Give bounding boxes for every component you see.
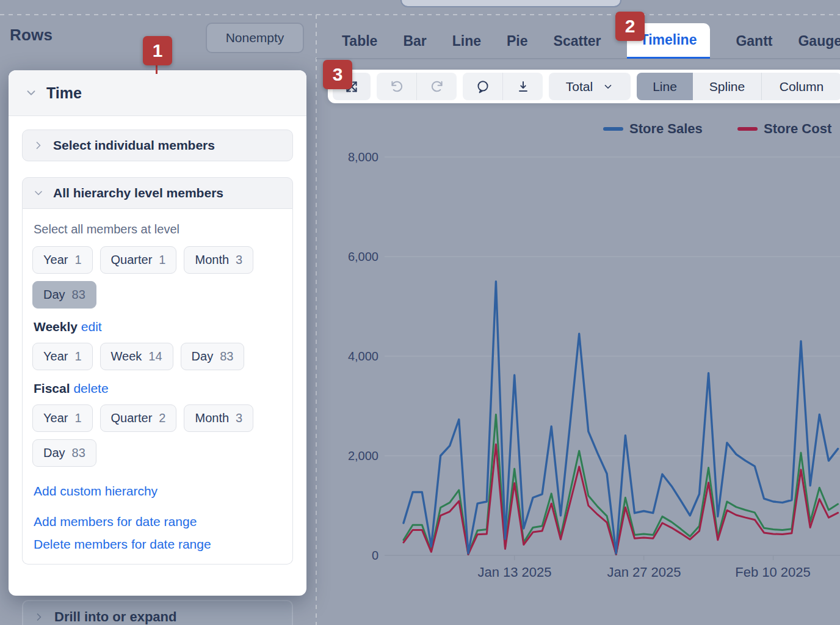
level-chip-quarter[interactable]: Quarter 1 bbox=[100, 246, 177, 274]
undo-button[interactable] bbox=[377, 73, 416, 100]
redo-button[interactable] bbox=[417, 73, 457, 100]
redo-icon bbox=[429, 79, 445, 95]
fiscal-hierarchy-levels: Year 1 Quarter 2 Month 3 Day bbox=[32, 404, 283, 467]
time-popup-title: Time bbox=[46, 84, 82, 102]
section-label: Drill into or expand bbox=[54, 609, 176, 625]
chevron-right-icon bbox=[32, 139, 45, 152]
level-chip-day[interactable]: Day 83 bbox=[181, 343, 245, 370]
chart-type-tab-bar: Table Bar Line Pie Scatter Timeline Gant… bbox=[316, 23, 840, 59]
comment-download-group bbox=[463, 73, 543, 100]
time-hierarchy-popup: Time Select individual members All hiera… bbox=[9, 70, 306, 596]
level-chip-week[interactable]: Week 14 bbox=[100, 343, 173, 370]
time-popup-header[interactable]: Time bbox=[9, 70, 306, 116]
weekly-hierarchy-heading: Weekly edit bbox=[34, 320, 283, 334]
badge-1-pointer bbox=[156, 64, 158, 74]
weekly-edit-link[interactable]: edit bbox=[81, 320, 102, 334]
tutorial-badge-3: 3 bbox=[323, 60, 352, 89]
undo-icon bbox=[389, 79, 405, 95]
chevron-down-icon bbox=[603, 81, 614, 92]
fiscal-delete-link[interactable]: delete bbox=[73, 381, 108, 395]
chevron-right-icon bbox=[33, 611, 45, 623]
fiscal-hierarchy-heading: Fiscal delete bbox=[34, 381, 283, 396]
all-hierarchy-level-members-section[interactable]: All hierarchy level members bbox=[22, 177, 293, 209]
all-hierarchy-level-members-card: All hierarchy level members Select all m… bbox=[22, 177, 293, 565]
tab-line[interactable]: Line bbox=[452, 33, 481, 49]
drill-into-or-expand-section[interactable]: Drill into or expand bbox=[22, 600, 293, 625]
tab-bar[interactable]: Bar bbox=[403, 33, 426, 49]
section-label: All hierarchy level members bbox=[53, 186, 223, 200]
delete-members-for-date-range-link[interactable]: Delete members for date range bbox=[34, 537, 283, 552]
tab-gauge[interactable]: Gauge bbox=[798, 33, 840, 49]
comment-button[interactable] bbox=[463, 73, 502, 100]
level-chip-quarter[interactable]: Quarter 2 bbox=[100, 404, 177, 432]
aggregation-dropdown[interactable]: Total bbox=[549, 73, 631, 100]
level-chip-month[interactable]: Month 3 bbox=[184, 404, 253, 432]
tab-table[interactable]: Table bbox=[342, 33, 377, 49]
comment-icon bbox=[475, 79, 491, 95]
select-individual-members-section[interactable]: Select individual members bbox=[22, 130, 293, 161]
chevron-down-icon bbox=[32, 187, 45, 199]
mode-spline-button[interactable]: Spline bbox=[693, 73, 761, 100]
mode-column-button[interactable]: Column bbox=[762, 73, 840, 100]
level-chip-day[interactable]: Day 83 bbox=[32, 439, 96, 467]
chevron-down-icon bbox=[24, 86, 38, 100]
add-custom-hierarchy-link[interactable]: Add custom hierarchy bbox=[34, 484, 283, 499]
add-members-for-date-range-link[interactable]: Add members for date range bbox=[34, 514, 283, 529]
level-chip-month[interactable]: Month 3 bbox=[184, 246, 253, 274]
download-icon bbox=[515, 79, 531, 95]
undo-redo-group bbox=[377, 73, 457, 100]
level-chip-year[interactable]: Year 1 bbox=[32, 343, 93, 370]
app-screen: Rows Nonempty 8,000 6,000 4,000 2,000 0 … bbox=[0, 0, 840, 625]
level-chip-year[interactable]: Year 1 bbox=[32, 404, 93, 432]
tutorial-badge-1: 1 bbox=[143, 36, 172, 65]
level-chip-year[interactable]: Year 1 bbox=[32, 246, 93, 274]
aggregation-dropdown-value: Total bbox=[566, 79, 593, 94]
default-hierarchy-levels: Year 1 Quarter 1 Month 3 Day bbox=[32, 246, 283, 309]
level-chip-day-selected[interactable]: Day 83 bbox=[32, 281, 96, 309]
chart-mode-segmented-control: Line Spline Column bbox=[637, 73, 840, 100]
tab-gantt[interactable]: Gantt bbox=[736, 33, 772, 49]
tab-pie[interactable]: Pie bbox=[507, 33, 528, 49]
chart-toolbar: Total Line Spline Column bbox=[328, 70, 840, 103]
download-button[interactable] bbox=[503, 73, 543, 100]
weekly-hierarchy-levels: Year 1 Week 14 Day 83 bbox=[32, 343, 283, 370]
section-label: Select individual members bbox=[53, 138, 215, 153]
select-all-members-hint: Select all members at level bbox=[34, 222, 283, 236]
tutorial-badge-2: 2 bbox=[615, 12, 645, 41]
tab-scatter[interactable]: Scatter bbox=[554, 33, 601, 49]
mode-line-button-selected[interactable]: Line bbox=[637, 73, 693, 100]
